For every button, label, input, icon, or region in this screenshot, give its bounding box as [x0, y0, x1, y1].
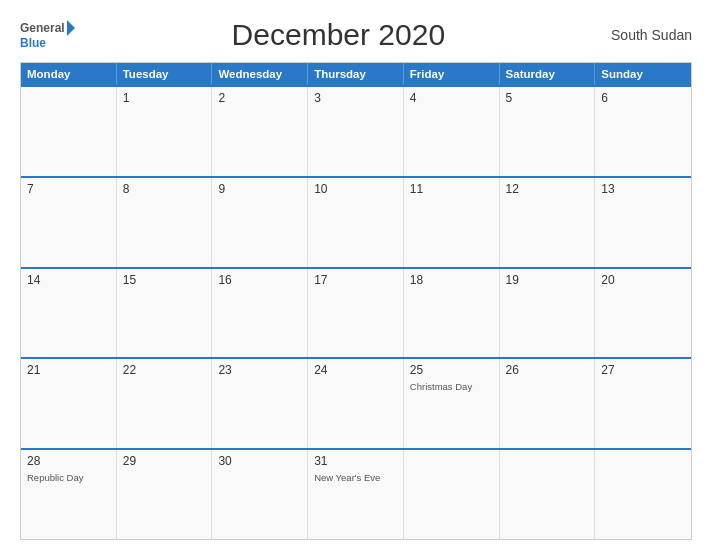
day-number: 14	[27, 273, 110, 287]
cal-cell: 28Republic Day	[21, 450, 117, 539]
cal-cell: 11	[404, 178, 500, 267]
day-number: 13	[601, 182, 685, 196]
cal-cell: 10	[308, 178, 404, 267]
day-number: 8	[123, 182, 206, 196]
week-row-5: 28Republic Day293031New Year's Eve	[21, 448, 691, 539]
day-number: 15	[123, 273, 206, 287]
cal-cell: 5	[500, 87, 596, 176]
day-number: 2	[218, 91, 301, 105]
week-row-1: 123456	[21, 85, 691, 176]
logo-blue-text: Blue	[20, 36, 75, 50]
day-number: 12	[506, 182, 589, 196]
day-header-wednesday: Wednesday	[212, 63, 308, 85]
cal-cell: 21	[21, 359, 117, 448]
holiday-label: New Year's Eve	[314, 472, 397, 484]
day-number: 21	[27, 363, 110, 377]
cal-cell: 6	[595, 87, 691, 176]
cal-cell: 29	[117, 450, 213, 539]
cal-cell: 24	[308, 359, 404, 448]
day-header-thursday: Thursday	[308, 63, 404, 85]
cal-cell: 15	[117, 269, 213, 358]
cal-cell: 1	[117, 87, 213, 176]
cal-cell: 4	[404, 87, 500, 176]
cal-cell	[404, 450, 500, 539]
cal-cell: 25Christmas Day	[404, 359, 500, 448]
day-header-friday: Friday	[404, 63, 500, 85]
cal-cell: 16	[212, 269, 308, 358]
calendar-body: 1234567891011121314151617181920212223242…	[21, 85, 691, 539]
cal-cell	[21, 87, 117, 176]
cal-cell	[500, 450, 596, 539]
day-number: 5	[506, 91, 589, 105]
day-number: 24	[314, 363, 397, 377]
day-number: 16	[218, 273, 301, 287]
week-row-2: 78910111213	[21, 176, 691, 267]
day-number: 7	[27, 182, 110, 196]
calendar-title: December 2020	[75, 18, 602, 52]
cal-cell: 27	[595, 359, 691, 448]
calendar-grid: MondayTuesdayWednesdayThursdayFridaySatu…	[20, 62, 692, 540]
day-number: 4	[410, 91, 493, 105]
day-number: 18	[410, 273, 493, 287]
cal-cell: 13	[595, 178, 691, 267]
day-number: 29	[123, 454, 206, 468]
cal-cell: 3	[308, 87, 404, 176]
cal-cell: 17	[308, 269, 404, 358]
week-row-4: 2122232425Christmas Day2627	[21, 357, 691, 448]
day-number: 11	[410, 182, 493, 196]
calendar-header-row: MondayTuesdayWednesdayThursdayFridaySatu…	[21, 63, 691, 85]
logo-general-text: General	[20, 21, 65, 35]
day-number: 27	[601, 363, 685, 377]
day-header-saturday: Saturday	[500, 63, 596, 85]
day-number: 10	[314, 182, 397, 196]
cal-cell: 20	[595, 269, 691, 358]
cal-cell: 30	[212, 450, 308, 539]
cal-cell: 8	[117, 178, 213, 267]
cal-cell: 9	[212, 178, 308, 267]
cal-cell: 2	[212, 87, 308, 176]
day-number: 23	[218, 363, 301, 377]
cal-cell: 26	[500, 359, 596, 448]
day-header-sunday: Sunday	[595, 63, 691, 85]
cal-cell: 12	[500, 178, 596, 267]
holiday-label: Republic Day	[27, 472, 110, 484]
day-number: 26	[506, 363, 589, 377]
logo-triangle-icon	[67, 20, 75, 36]
calendar-page: General Blue December 2020 South Sudan M…	[0, 0, 712, 550]
cal-cell: 7	[21, 178, 117, 267]
day-number: 17	[314, 273, 397, 287]
cal-cell: 19	[500, 269, 596, 358]
week-row-3: 14151617181920	[21, 267, 691, 358]
country-label: South Sudan	[602, 27, 692, 43]
logo: General Blue	[20, 20, 75, 50]
day-number: 20	[601, 273, 685, 287]
cal-cell: 18	[404, 269, 500, 358]
day-number: 19	[506, 273, 589, 287]
cal-cell: 23	[212, 359, 308, 448]
day-number: 25	[410, 363, 493, 377]
day-number: 1	[123, 91, 206, 105]
cal-cell: 22	[117, 359, 213, 448]
cal-cell	[595, 450, 691, 539]
day-header-monday: Monday	[21, 63, 117, 85]
day-number: 6	[601, 91, 685, 105]
day-header-tuesday: Tuesday	[117, 63, 213, 85]
day-number: 30	[218, 454, 301, 468]
holiday-label: Christmas Day	[410, 381, 493, 393]
day-number: 22	[123, 363, 206, 377]
day-number: 9	[218, 182, 301, 196]
cal-cell: 31New Year's Eve	[308, 450, 404, 539]
calendar-header: General Blue December 2020 South Sudan	[20, 18, 692, 52]
cal-cell: 14	[21, 269, 117, 358]
day-number: 28	[27, 454, 110, 468]
day-number: 3	[314, 91, 397, 105]
day-number: 31	[314, 454, 397, 468]
